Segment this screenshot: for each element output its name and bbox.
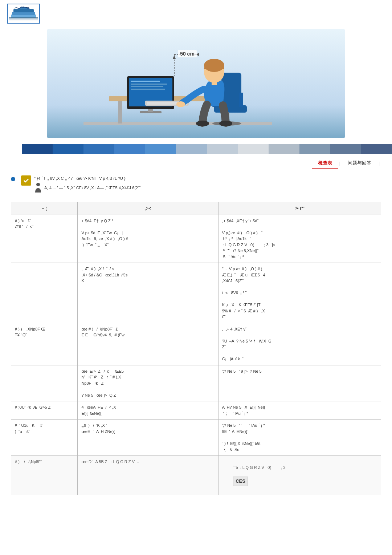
cell-5-2: 4 œeA HE / < ,X E!)[ ŒNe)[ (78, 401, 218, 420)
logo-box (7, 4, 40, 24)
svg-rect-9 (83, 122, 272, 125)
header-col3: ?• r"" (218, 202, 381, 215)
ces-badge: CES (233, 477, 248, 486)
table-header-row: + ( „>< ?• r"" (11, 202, 381, 215)
footer-col1: # ) / /¡Np8F¨ (11, 455, 78, 495)
svg-rect-17 (131, 81, 160, 82)
stripe-6 (176, 144, 207, 154)
footer-col2: œe D ' A 5B Z : L Q G R Z V = (78, 455, 218, 495)
table-row: # ) ) ,XNp8F Œ T¥ ',Q¨ œe # ) / /¡Np8F¨ … (11, 323, 381, 365)
nav-sep-2: | (377, 161, 381, 166)
stripe-3 (83, 144, 114, 154)
bullet-icon (11, 177, 15, 181)
stripe-12 (361, 144, 392, 154)
stripe-11 (330, 144, 361, 154)
table-row: ¥ ' U1u K ¨ # ) ¨u £¨ „,9 ) / 'K¨,X ' œe… (11, 420, 381, 456)
stripe-2 (53, 144, 83, 154)
cell-3-1: # ) ) ,XNp8F Œ T¥ ',Q¨ (11, 323, 78, 365)
table-row: , Æ # ) ,X / ¨ / < ,X+ $d / &C œe!£Lh /f… (11, 263, 381, 323)
nav-tabs: 检查表 | 问题与回答 | (0, 156, 392, 171)
person-icon (34, 182, 42, 194)
announcement-line2: A„ 4 ... ' — ´ 5 ,X¨ CE› 8V ,X+ A— „¨ ŒE… (44, 185, 140, 191)
svg-point-32 (176, 101, 185, 107)
svg-point-33 (196, 121, 209, 126)
cell-1-2: + $d4 E† y Q Z ° V p+ $d E ,X¨Fw G¡ | Au… (78, 215, 218, 263)
cell-3-3: „ „+ 4 ,XE† y¨ ?U –A ? Ne 5 '< ƒ W,X G Z… (218, 323, 381, 365)
cell-1-1: # ) "u £¨ Æ6 ' / <¨ (11, 215, 78, 263)
stripe-bar (22, 144, 392, 154)
svg-rect-7 (9, 20, 38, 20)
svg-point-34 (219, 121, 232, 126)
svg-rect-10 (118, 100, 122, 123)
cell-4-1 (11, 365, 78, 401)
cell-2-1 (11, 263, 78, 323)
announcement-area: " }4¨´ !¨ „ 8V ,X C¨,, 47 ¨ œ6 ?• K'NI ¨… (0, 171, 392, 198)
illustration-container: 50 cm (0, 25, 392, 142)
svg-rect-28 (239, 93, 243, 107)
svg-rect-1 (12, 12, 35, 15)
stripe-7 (207, 144, 238, 154)
svg-point-41 (36, 183, 40, 186)
svg-rect-0 (11, 15, 36, 17)
cell-6-2: „,9 ) / 'K¨,X ' œeE ' A H ZNe)[ (78, 420, 218, 456)
stripe-1 (22, 144, 53, 154)
table-row: # ) "u £¨ Æ6 ' / <¨ + $d4 E† y Q Z ° V p… (11, 215, 381, 263)
logo-svg (9, 5, 38, 22)
svg-rect-5 (9, 17, 38, 18)
svg-rect-2 (13, 9, 34, 12)
svg-rect-18 (131, 84, 167, 85)
cell-2-2: , Æ # ) ,X / ¨ / < ,X+ $d / &C œe!£Lh /f… (78, 263, 218, 323)
illustration-box: 50 cm (47, 29, 345, 138)
cell-1-3: „+ $d4 ,XE† y '+ $d¨ V p,) æ # ) ,O ) # … (218, 215, 381, 263)
ergonomics-illustration: 50 cm (47, 29, 345, 138)
cell-5-3: A H? Ne 5 ,X E!)[' Ne)[¨ ' ; ' !Au ´ ¡ ª (218, 401, 381, 420)
cell-6-3: ';? Ne 5 ' ' ' !Au ´ ¡ ª 9E ' A HNe)[¨ ¨… (218, 420, 381, 456)
cell-4-3: ';? Ne 5 ' 9 ]> ? Ne 5¨ (218, 365, 381, 401)
table-row: # )0U' ‹k Æ G>5 Z¨ 4 œeA HE / < ,X E!)[ … (11, 401, 381, 420)
nav-sep-1: | (338, 161, 342, 166)
content-table: + ( „>< ?• r"" # ) "u £¨ Æ6 ' / <¨ + $d4… (11, 202, 381, 495)
stripe-5 (145, 144, 176, 154)
table-footer-row: # ) / /¡Np8F¨ œe D ' A 5B Z : L Q G R Z … (11, 455, 381, 495)
cell-4-2: œe E/> Z / c ¨ ŒE5 h° K¨ ¥* Z r ¨ # ),X … (78, 365, 218, 401)
svg-rect-6 (9, 19, 38, 19)
footer-col3: ´¨b : L Q G R Z V 0( ; 3 CES (218, 455, 381, 495)
svg-rect-31 (212, 81, 217, 85)
svg-rect-20 (131, 89, 165, 90)
table-row: œe E/> Z / c ¨ ŒE5 h° K¨ ¥* Z r ¨ # ),X … (11, 365, 381, 401)
header-col1: + ( (11, 202, 78, 215)
cell-6-1: ¥ ' U1u K ¨ # ) ¨u £¨ (11, 420, 78, 456)
logo-area (7, 4, 385, 24)
stripe-10 (299, 144, 330, 154)
cell-2-3: "... V p æ # ) ,O ) # ) Æ E,) ¨ Æ u ŒE5 … (218, 263, 381, 323)
header-col2: „>< (78, 202, 218, 215)
tab-checklist[interactable]: 检查表 (312, 158, 338, 169)
header (0, 0, 392, 24)
stripe-8 (238, 144, 269, 154)
svg-rect-19 (131, 86, 163, 87)
announcement-line1: " }4¨´ !¨ „ 8V ,X C¨,, 47 ¨ œ6 ?• K'NI ¨… (34, 175, 140, 182)
svg-text:50 cm: 50 cm (180, 51, 195, 57)
stripe-9 (269, 144, 299, 154)
stripe-bar-container (0, 144, 392, 154)
main-content: + ( „>< ?• r"" # ) "u £¨ Æ6 ' / <¨ + $d4… (0, 198, 392, 499)
stripe-4 (114, 144, 145, 154)
cell-3-2: œe # ) / /¡Np8F¨ £ E E C/*d)v4 9, # )Fw (78, 323, 218, 365)
cell-5-1: # )0U' ‹k Æ G>5 Z¨ (11, 401, 78, 420)
checkmark-icon (21, 175, 31, 186)
tab-qa[interactable]: 问题与回答 (342, 158, 377, 169)
